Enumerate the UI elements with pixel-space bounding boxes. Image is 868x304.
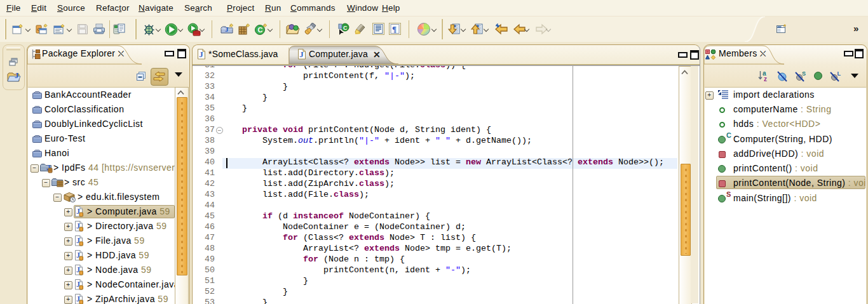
svg-text:J: J (225, 25, 229, 33)
svg-text:L: L (837, 70, 841, 77)
svg-text:¶: ¶ (392, 24, 397, 34)
svg-text:C: C (258, 26, 263, 34)
svg-text:J: J (15, 70, 19, 80)
svg-text:C: C (343, 25, 348, 31)
svg-text:z: z (764, 76, 767, 82)
svg-text:S: S (802, 70, 806, 77)
